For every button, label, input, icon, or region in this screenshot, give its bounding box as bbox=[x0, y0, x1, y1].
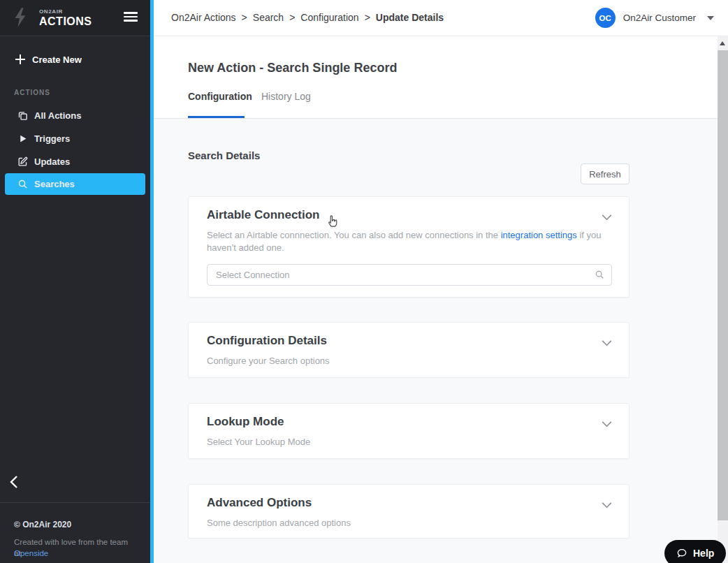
copyright-text: © On2Air 2020 bbox=[14, 520, 71, 529]
refresh-button[interactable]: Refresh bbox=[581, 163, 629, 184]
avatar[interactable]: OC bbox=[595, 8, 616, 28]
sidebar-item-triggers[interactable]: Triggers bbox=[0, 127, 150, 150]
create-new-button[interactable]: Create New bbox=[0, 49, 150, 70]
breadcrumb: On2Air Actions > Search > Configuration … bbox=[171, 12, 444, 23]
page-title-block: New Action - Search Single Record Config… bbox=[154, 36, 728, 119]
hamburger-menu-icon[interactable] bbox=[124, 12, 138, 23]
sidebar: ON2AIR ACTIONS Create New ACTIONS All Ac… bbox=[0, 0, 150, 563]
sidebar-item-searches[interactable]: Searches bbox=[5, 173, 145, 195]
sidebar-section-label: ACTIONS bbox=[14, 89, 50, 96]
edit-icon bbox=[17, 156, 28, 168]
chevron-down-icon[interactable] bbox=[602, 418, 612, 430]
top-header-bar: On2Air Actions > Search > Configuration … bbox=[154, 0, 728, 36]
chevron-down-icon[interactable] bbox=[602, 337, 612, 349]
card-lookup-mode: Lookup Mode Select Your Lookup Mode bbox=[188, 403, 629, 459]
user-name: On2Air Customer bbox=[623, 13, 696, 23]
help-label: Help bbox=[693, 548, 714, 559]
sidebar-collapse-button[interactable] bbox=[10, 474, 27, 490]
logo-bar: ON2AIR ACTIONS bbox=[0, 0, 150, 36]
breadcrumb-item-current: Update Details bbox=[376, 12, 444, 23]
card-description: Select an Airtable connnection. You can … bbox=[207, 229, 611, 254]
sidebar-item-label: Triggers bbox=[34, 133, 70, 144]
card-airtable-connection: Airtable Connection Select an Airtable c… bbox=[188, 196, 629, 298]
card-title[interactable]: Lookup Mode bbox=[207, 415, 284, 429]
card-title[interactable]: Airtable Connection bbox=[207, 208, 320, 222]
section-title: Search Details bbox=[188, 149, 260, 161]
app-window: ON2AIR ACTIONS Create New ACTIONS All Ac… bbox=[0, 0, 728, 563]
breadcrumb-item[interactable]: Configuration bbox=[300, 12, 358, 23]
tab-configuration[interactable]: Configuration bbox=[188, 91, 252, 102]
sidebar-item-label: All Actions bbox=[34, 110, 81, 121]
card-description: Configure your Search options bbox=[207, 355, 611, 367]
create-new-label: Create New bbox=[32, 54, 82, 65]
card-configuration-details: Configuration Details Configure your Sea… bbox=[188, 322, 629, 378]
tab-history-log[interactable]: History Log bbox=[261, 91, 311, 102]
connection-select bbox=[207, 264, 612, 286]
search-icon bbox=[595, 270, 604, 282]
chevron-down-icon[interactable] bbox=[602, 499, 612, 511]
copy-icon bbox=[17, 110, 28, 122]
lightning-bolt-icon bbox=[13, 7, 28, 31]
active-tab-underline bbox=[188, 116, 245, 118]
breadcrumb-separator: > bbox=[242, 12, 247, 23]
chevron-down-icon[interactable] bbox=[602, 211, 612, 224]
card-title[interactable]: Configuration Details bbox=[207, 334, 327, 348]
page-title: New Action - Search Single Record bbox=[188, 61, 397, 75]
play-icon bbox=[17, 133, 28, 145]
scroll-up-arrow-icon[interactable] bbox=[720, 41, 725, 45]
sidebar-item-label: Searches bbox=[34, 179, 75, 189]
integration-settings-link[interactable]: integration settings bbox=[501, 230, 577, 240]
breadcrumb-item[interactable]: Search bbox=[253, 12, 284, 23]
chat-bubble-icon bbox=[676, 548, 687, 559]
plus-icon bbox=[15, 54, 25, 64]
sidebar-footer-divider bbox=[0, 502, 150, 503]
breadcrumb-separator: > bbox=[289, 12, 295, 23]
sidebar-item-updates[interactable]: Updates bbox=[0, 150, 150, 173]
card-description: Select Your Lookup Mode bbox=[207, 436, 611, 448]
brand-name-large: ACTIONS bbox=[39, 15, 92, 28]
sidebar-item-label: Updates bbox=[34, 156, 70, 167]
breadcrumb-item[interactable]: On2Air Actions bbox=[171, 12, 236, 23]
help-button[interactable]: Help bbox=[664, 540, 726, 563]
description-text: Select an Airtable connnection. You can … bbox=[207, 230, 501, 240]
vertical-scrollbar[interactable] bbox=[718, 36, 728, 563]
brand-name-small: ON2AIR bbox=[39, 8, 63, 15]
card-advanced-options: Advanced Options Some description advanc… bbox=[188, 484, 629, 539]
openside-link[interactable]: Openside bbox=[14, 549, 48, 557]
scrollbar-thumb[interactable] bbox=[718, 50, 728, 520]
card-title[interactable]: Advanced Options bbox=[207, 496, 312, 510]
user-menu[interactable]: OC On2Air Customer bbox=[595, 8, 714, 28]
card-description: Some description advanced options bbox=[207, 517, 611, 529]
select-connection-input[interactable] bbox=[207, 264, 612, 286]
chevron-down-icon bbox=[707, 16, 714, 20]
sidebar-item-all-actions[interactable]: All Actions bbox=[0, 104, 150, 127]
breadcrumb-separator: > bbox=[365, 12, 370, 23]
search-icon bbox=[17, 179, 28, 190]
main-area: On2Air Actions > Search > Configuration … bbox=[154, 0, 728, 563]
